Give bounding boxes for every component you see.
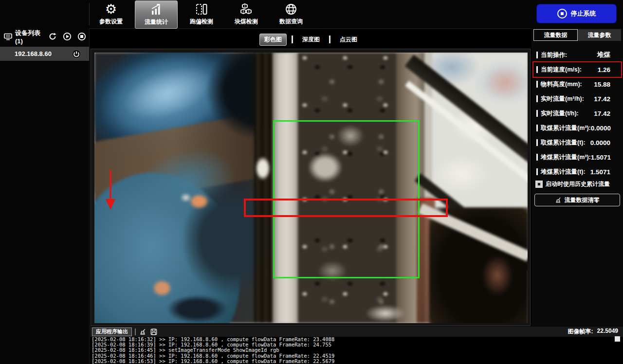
nav-flow-statistics[interactable]: 流量统计 — [135, 0, 178, 29]
clear-log-icon[interactable] — [139, 328, 147, 336]
history-total-checkbox[interactable]: 启动时使用历史累计流量 — [535, 180, 610, 188]
log-output[interactable]: [2025-02-08 18:16:32] >> IP: 192.168.8.6… — [90, 337, 623, 364]
value-pile-coal-total-m3: 1.5071 — [591, 154, 611, 161]
row-take-coal-total-t: 取煤累计流量(t): 0.0000 — [533, 135, 621, 150]
main-nav: ⚙ 参数设置 流量统计 跑偏检测 — [90, 0, 312, 28]
device-list-icon — [4, 33, 12, 40]
toolbar-divider — [89, 3, 90, 25]
camera-view — [94, 53, 528, 323]
nav-coal-lump-detect[interactable]: 块煤检测 — [225, 0, 267, 28]
stop-device-icon[interactable] — [77, 32, 86, 41]
top-toolbar: ⚙ 参数设置 流量统计 跑偏检测 — [0, 0, 623, 29]
broom-icon — [555, 197, 562, 203]
row-current-speed: 当前速度(m/s): 1.26 — [533, 62, 621, 77]
device-ip: 192.168.8.60 — [15, 50, 52, 57]
tab-flow-params[interactable]: 流量参数 — [578, 29, 621, 41]
device-power-icon[interactable] — [72, 49, 81, 59]
row-pile-coal-total-m3: 堆煤累计流量(m³): 1.5071 — [533, 150, 621, 164]
clear-flow-data-button[interactable]: 流量数据清零 — [534, 194, 620, 206]
log-line: [2025-02-08 18:16:53] >> IP: 192.168.8.6… — [92, 359, 623, 364]
tab-separator — [292, 36, 293, 43]
stop-icon — [557, 9, 567, 18]
tab-color-image[interactable]: 彩色图 — [259, 34, 287, 46]
nav-label: 流量统计 — [145, 18, 168, 26]
tab-flow-data[interactable]: 流量数据 — [533, 29, 578, 41]
value-material-height: 15.88 — [594, 81, 610, 88]
log-line: [2025-02-08 18:16:45] >> setImageTransfe… — [92, 347, 623, 353]
device-sidebar: 设备列表(1) 192.168.8.60 — [0, 28, 90, 364]
checkbox-label: 启动时使用历史累计流量 — [546, 180, 610, 188]
app-output-tab[interactable]: 应用程序输出 — [92, 328, 132, 336]
nav-data-query[interactable]: 数据查询 — [270, 0, 312, 28]
flow-panel: 流量数据 流量参数 当前操作: 堆煤 当前速度(m/s): 1.26 物料高度(… — [531, 28, 623, 326]
nav-deviation-detect[interactable]: 跑偏检测 — [181, 0, 222, 28]
nav-label: 参数设置 — [99, 18, 123, 26]
row-current-operation: 当前操作: 堆煤 — [533, 48, 621, 62]
value-take-coal-total-m3: 0.0000 — [591, 125, 611, 132]
device-list-title: 设备列表(1) — [15, 29, 42, 45]
log-toolbar: 应用程序输出 图像帧率: 22.5049 — [90, 327, 623, 337]
row-material-height: 物料高度(mm): 15.88 — [533, 77, 621, 91]
row-take-coal-total-m3: 取煤累计流量(m³): 0.0000 — [533, 121, 621, 135]
deviation-icon — [195, 2, 208, 16]
checkbox-icon — [535, 181, 543, 188]
frame-rate-status: 图像帧率: 22.5049 — [568, 328, 618, 336]
frame-rate-label: 图像帧率: — [568, 328, 593, 336]
stop-system-label: 停止系统 — [571, 9, 596, 18]
value-current-speed: 1.26 — [598, 66, 610, 73]
measure-line-roi-red — [244, 199, 448, 217]
device-list-header: 设备列表(1) — [0, 28, 89, 45]
gear-icon: ⚙ — [105, 2, 117, 16]
stop-system-button[interactable]: 停止系统 — [537, 4, 616, 23]
device-row[interactable]: 192.168.8.60 — [0, 47, 89, 61]
resize-grip[interactable] — [615, 336, 620, 342]
frame-rate-value: 22.5049 — [597, 328, 618, 336]
image-view-tabs: 彩色图 深度图 点云图 — [91, 31, 531, 48]
tab-pointcloud-image[interactable]: 点云图 — [335, 34, 362, 45]
flow-direction-arrow — [103, 167, 119, 214]
refresh-devices-icon[interactable] — [48, 32, 57, 41]
tab-depth-image[interactable]: 深度图 — [298, 34, 324, 45]
nav-label: 跑偏检测 — [190, 18, 213, 26]
clear-button-label: 流量数据清零 — [565, 196, 600, 204]
flow-chart-icon — [150, 3, 163, 17]
value-pile-coal-total-t: 1.5071 — [590, 168, 610, 176]
coal-lumps-icon — [240, 2, 253, 16]
value-take-coal-total-t: 0.0000 — [590, 139, 610, 146]
row-realtime-flow-m3h: 实时流量(m³/h): 17.42 — [533, 91, 621, 106]
value-current-operation: 堆煤 — [597, 51, 610, 59]
nav-label: 数据查询 — [279, 18, 303, 26]
start-device-icon[interactable] — [63, 32, 72, 41]
tab-separator — [329, 36, 330, 43]
nav-param-settings[interactable]: ⚙ 参数设置 — [90, 0, 132, 28]
value-realtime-flow-th: 17.42 — [594, 110, 610, 117]
save-log-icon[interactable] — [149, 328, 158, 336]
row-realtime-flow-th: 实时流量(t/h): 17.42 — [533, 106, 621, 121]
flow-data-rows: 当前操作: 堆煤 当前速度(m/s): 1.26 物料高度(mm): 15.88… — [533, 48, 621, 179]
row-pile-coal-total-t: 堆煤累计流量(t): 1.5071 — [533, 164, 621, 179]
camera-view-frame — [91, 49, 531, 326]
flow-panel-tabs: 流量数据 流量参数 — [533, 29, 621, 41]
log-toolbar-separator — [135, 328, 136, 335]
nav-label: 块煤检测 — [235, 18, 258, 26]
value-realtime-flow-m3h: 17.42 — [594, 95, 610, 103]
globe-icon — [285, 2, 297, 16]
